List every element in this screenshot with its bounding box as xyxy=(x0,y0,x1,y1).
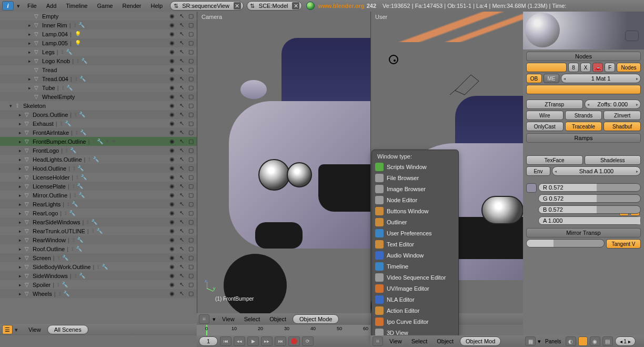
record-button[interactable] xyxy=(288,336,300,346)
selectable-toggle[interactable] xyxy=(178,111,185,118)
menu-timeline[interactable]: Timeline xyxy=(62,2,92,10)
ctx-icon-4[interactable]: ▤ xyxy=(602,336,613,346)
disclosure-triangle[interactable]: ▸ xyxy=(17,237,23,243)
modifier-icon[interactable]: 🔧 xyxy=(71,201,79,207)
selectable-toggle[interactable] xyxy=(178,147,185,154)
render-toggle[interactable] xyxy=(187,138,195,145)
disclosure-triangle[interactable]: ▸ xyxy=(17,175,23,180)
constraint-icon[interactable]: ⟟ xyxy=(72,237,76,243)
disclosure-triangle[interactable]: ▸ xyxy=(17,130,23,135)
viewport-type-icon[interactable]: ⌗ xyxy=(199,314,209,324)
constraint-icon[interactable]: ⟟ xyxy=(57,255,61,261)
disclosure-triangle[interactable]: ▸ xyxy=(17,121,23,126)
modifier-icon[interactable]: 🔧 xyxy=(90,219,98,225)
outliner-row[interactable]: ▸Tread.004|⟟🔧 xyxy=(0,74,197,83)
window-type-item[interactable]: User Preferences xyxy=(372,227,458,239)
shadeless-button[interactable]: Shadeless xyxy=(585,155,641,165)
ctx-icon-1[interactable]: ◐ xyxy=(566,336,576,346)
nodes-panel-title[interactable]: Nodes xyxy=(526,52,641,61)
disclosure-triangle[interactable]: ▸ xyxy=(26,76,33,82)
selectable-toggle[interactable] xyxy=(178,183,185,190)
outliner-row[interactable]: Empty xyxy=(0,12,197,21)
modifier-icon[interactable]: 🔧 xyxy=(100,264,109,270)
selectable-toggle[interactable] xyxy=(178,227,185,235)
modifier-icon[interactable]: 🔧 xyxy=(76,237,84,243)
render-toggle[interactable] xyxy=(187,174,195,181)
outliner-row[interactable]: ▸RearLogo|⟟🔧 xyxy=(0,209,197,217)
disclosure-triangle[interactable]: ▸ xyxy=(17,264,23,270)
blender-url[interactable]: www.blender.org xyxy=(318,3,364,9)
visibility-toggle[interactable] xyxy=(168,236,176,244)
modifier-icon[interactable]: 🔧 xyxy=(64,121,72,126)
modifier-icon[interactable]: 🔧 xyxy=(69,147,77,153)
b-slider[interactable]: B 0.572 xyxy=(538,205,641,214)
visibility-toggle[interactable] xyxy=(168,272,176,280)
constraint-icon[interactable]: ⟟ xyxy=(71,246,75,252)
selectable-toggle[interactable] xyxy=(178,13,185,20)
selectable-toggle[interactable] xyxy=(178,93,185,101)
vp-menu-select[interactable]: Select xyxy=(241,316,264,322)
outliner-row[interactable]: ▸Doors.Outline|⟟🔧 xyxy=(0,110,197,119)
modifier-icon[interactable]: 🔧 xyxy=(78,273,86,279)
constraint-icon[interactable]: ⟟ xyxy=(64,210,68,216)
render-toggle[interactable] xyxy=(187,272,195,280)
constraint-icon[interactable]: ⟟ xyxy=(73,192,77,199)
disclosure-triangle[interactable]: ▸ xyxy=(17,193,23,198)
render-toggle[interactable] xyxy=(187,66,195,74)
r-slider[interactable]: R 0.572 xyxy=(538,183,641,192)
disclosure-triangle[interactable]: ▸ xyxy=(17,229,23,234)
menu-help[interactable]: Help xyxy=(147,2,167,10)
visibility-toggle[interactable] xyxy=(168,156,176,163)
menu-file[interactable]: File xyxy=(23,2,41,10)
visibility-toggle[interactable] xyxy=(168,111,176,118)
selectable-toggle[interactable] xyxy=(178,138,185,145)
visibility-toggle[interactable] xyxy=(168,147,176,154)
window-type-item[interactable]: UV/Image Editor xyxy=(372,283,458,294)
zoffs-field[interactable]: Zoffs: 0.000 xyxy=(585,100,641,109)
outliner-row[interactable]: WheelEmpty xyxy=(0,92,197,101)
visibility-toggle[interactable] xyxy=(168,210,176,217)
traceable-button[interactable]: Traceable xyxy=(565,122,602,131)
selectable-toggle[interactable] xyxy=(178,174,185,181)
selectable-toggle[interactable] xyxy=(178,156,185,163)
constraint-icon[interactable]: ⟟ xyxy=(74,112,78,118)
outliner-row[interactable]: ▸Lamp.005|💡 xyxy=(0,38,197,47)
menu-game[interactable]: Game xyxy=(93,2,117,10)
disclosure-triangle[interactable]: ▸ xyxy=(26,23,33,28)
outliner-row[interactable]: ▸Lamp.004|💡 xyxy=(0,29,197,38)
visibility-toggle[interactable] xyxy=(168,138,176,145)
wire-button[interactable]: Wire xyxy=(526,111,564,120)
render-toggle[interactable] xyxy=(187,219,195,226)
window-type-item[interactable]: Node Editor xyxy=(372,194,458,205)
selectable-toggle[interactable] xyxy=(178,254,185,262)
render-toggle[interactable] xyxy=(187,13,195,20)
visibility-toggle[interactable] xyxy=(168,66,176,74)
render-toggle[interactable] xyxy=(187,22,195,29)
disclosure-triangle[interactable]: ▸ xyxy=(26,49,33,55)
outliner-row[interactable]: ▸Hood.Outline|⟟🔧 xyxy=(0,164,197,173)
outliner-row[interactable]: ▸Legs|⟟🔧 xyxy=(0,47,197,56)
disclosure-triangle[interactable]: ▸ xyxy=(17,220,23,225)
outliner-row[interactable]: ▾Skeleton xyxy=(0,101,197,110)
selectable-toggle[interactable] xyxy=(178,48,185,56)
render-toggle[interactable] xyxy=(187,57,195,65)
render-toggle[interactable] xyxy=(187,31,195,38)
constraint-icon[interactable]: ⟟ xyxy=(56,282,61,288)
outliner-row[interactable]: ▸RearTrunk.oUTLINE|⟟🔧 xyxy=(0,226,197,235)
outliner-row[interactable]: ▸Tube|⟟🔧 xyxy=(0,83,197,92)
outliner-row[interactable]: ▸Exhaust|⟟🔧 xyxy=(0,119,197,128)
disclosure-triangle[interactable]: ▸ xyxy=(17,255,23,261)
visibility-toggle[interactable] xyxy=(168,281,176,289)
selectable-toggle[interactable] xyxy=(178,290,185,298)
disclosure-triangle[interactable]: ▸ xyxy=(17,211,23,216)
updown-icon[interactable]: ⇅ xyxy=(249,3,256,9)
window-type-item[interactable]: Timeline xyxy=(372,261,458,272)
visibility-toggle[interactable] xyxy=(168,22,176,29)
selectable-toggle[interactable] xyxy=(178,66,185,74)
visibility-toggle[interactable] xyxy=(168,129,176,136)
screen-selector[interactable]: ⇅ SR:sequenceView ✕ xyxy=(170,1,244,11)
window-type-item[interactable]: Outliner xyxy=(372,216,458,227)
disclosure-triangle[interactable]: ▾ xyxy=(7,103,14,108)
selectable-toggle[interactable] xyxy=(178,245,185,253)
camera-icon[interactable] xyxy=(625,31,639,41)
